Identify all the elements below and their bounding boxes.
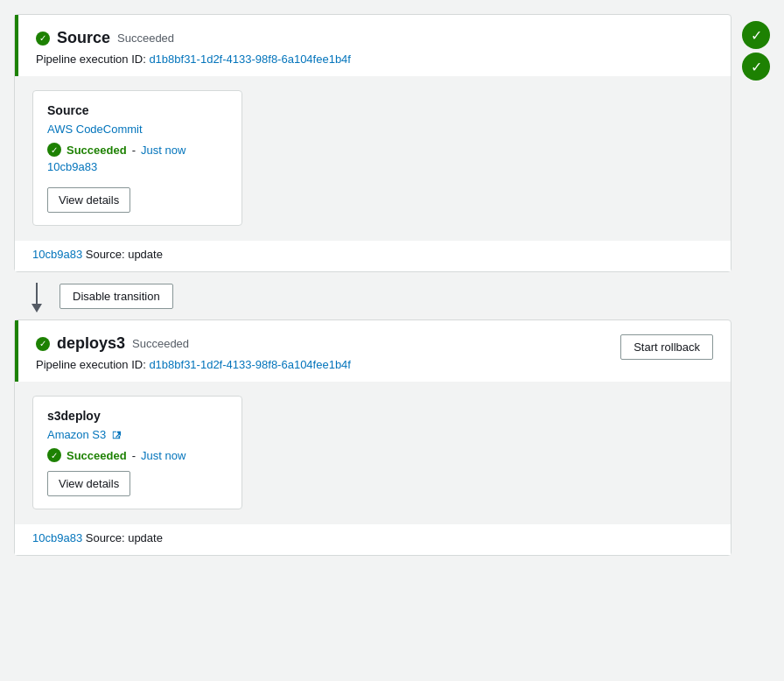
- deploys3-action-time-link[interactable]: Just now: [141, 449, 186, 462]
- deploys3-commit-message: Source: update: [82, 531, 163, 544]
- deploys3-action-success-icon: ✓: [47, 448, 61, 462]
- deploys3-success-icon: ✓: [36, 337, 50, 351]
- source-stage-body: Source AWS CodeCommit ✓ Succeeded - Just…: [15, 76, 731, 240]
- source-action-time-link[interactable]: Just now: [141, 144, 186, 157]
- deploys3-action-title: s3deploy: [47, 409, 228, 423]
- deploys3-commit-row: 10cb9a83 Source: update: [15, 523, 731, 555]
- sidebar-succeeded-icon-2[interactable]: ✓: [742, 53, 770, 81]
- external-link-icon: [112, 431, 121, 439]
- arrow-line: [36, 283, 38, 304]
- deploys3-header-row: ✓ deploys3 Succeeded Pipeline execution …: [36, 334, 713, 371]
- start-rollback-button[interactable]: Start rollback: [620, 334, 713, 360]
- source-stage-panel: ✓ Source Succeeded Pipeline execution ID…: [14, 14, 732, 272]
- source-success-icon: ✓: [36, 32, 50, 46]
- source-action-separator: -: [132, 144, 136, 157]
- source-action-status-label: Succeeded: [66, 144, 127, 157]
- source-commit-link[interactable]: 10cb9a83: [32, 248, 82, 261]
- deploys3-action-card: s3deploy Amazon S3 ✓ Succeeded - Just no…: [32, 396, 242, 509]
- source-action-provider-link[interactable]: AWS CodeCommit: [47, 123, 143, 136]
- source-action-success-icon: ✓: [47, 143, 61, 157]
- deploys3-action-status-row: ✓ Succeeded - Just now: [47, 448, 228, 462]
- deploys3-stage-status: Succeeded: [132, 337, 189, 350]
- source-pipeline-exec-row: Pipeline execution ID: d1b8bf31-1d2f-413…: [36, 53, 713, 66]
- deploys3-pipeline-exec-row: Pipeline execution ID: d1b8bf31-1d2f-413…: [36, 358, 351, 371]
- arrow-head: [32, 304, 42, 312]
- deploys3-title-row: ✓ deploys3 Succeeded: [36, 334, 351, 353]
- source-commit-message: Source: update: [82, 248, 163, 261]
- deploys3-view-details-button[interactable]: View details: [47, 471, 130, 496]
- deploys3-stage-panel: ✓ deploys3 Succeeded Pipeline execution …: [14, 319, 732, 556]
- disable-transition-button[interactable]: Disable transition: [60, 284, 173, 309]
- deploys3-pipeline-exec-id[interactable]: d1b8bf31-1d2f-4133-98f8-6a104fee1b4f: [149, 358, 351, 371]
- deploys3-action-provider-link[interactable]: Amazon S3: [47, 428, 121, 441]
- source-pipeline-exec-id[interactable]: d1b8bf31-1d2f-4133-98f8-6a104fee1b4f: [149, 53, 351, 66]
- sidebar-icons: ✓ ✓: [742, 14, 770, 667]
- source-title-row: ✓ Source Succeeded: [36, 29, 713, 47]
- source-view-details-button[interactable]: View details: [47, 187, 130, 213]
- deploys3-commit-link[interactable]: 10cb9a83: [32, 531, 82, 544]
- deploys3-stage-header: ✓ deploys3 Succeeded Pipeline execution …: [15, 320, 731, 382]
- source-stage-header: ✓ Source Succeeded Pipeline execution ID…: [15, 15, 731, 76]
- deploys3-action-provider-label: Amazon S3: [47, 428, 106, 441]
- checkmark-icon-2: ✓: [751, 59, 762, 75]
- deploys3-header-left: ✓ deploys3 Succeeded Pipeline execution …: [36, 334, 351, 371]
- source-pipeline-exec-label: Pipeline execution ID:: [36, 53, 146, 66]
- deploys3-action-status-label: Succeeded: [66, 449, 127, 462]
- deploys3-stage-title: deploys3: [57, 334, 125, 353]
- source-action-provider-label: AWS CodeCommit: [47, 123, 143, 136]
- deploys3-stage-body: s3deploy Amazon S3 ✓ Succeeded - Just no…: [15, 382, 731, 523]
- checkmark-icon-1: ✓: [751, 27, 762, 44]
- source-action-title: Source: [47, 103, 228, 117]
- transition-section: Disable transition: [14, 272, 732, 319]
- source-action-card: Source AWS CodeCommit ✓ Succeeded - Just…: [32, 90, 242, 226]
- transition-arrow: [32, 283, 42, 312]
- source-stage-title: Source: [57, 29, 110, 47]
- source-action-commit-link[interactable]: 10cb9a83: [47, 160, 228, 173]
- source-stage-status: Succeeded: [117, 32, 174, 45]
- sidebar-succeeded-icon-1[interactable]: ✓: [742, 21, 770, 49]
- deploys3-action-separator: -: [132, 449, 136, 462]
- source-commit-row: 10cb9a83 Source: update: [15, 240, 731, 271]
- deploys3-pipeline-exec-label: Pipeline execution ID:: [36, 358, 146, 371]
- source-action-status-row: ✓ Succeeded - Just now: [47, 143, 228, 157]
